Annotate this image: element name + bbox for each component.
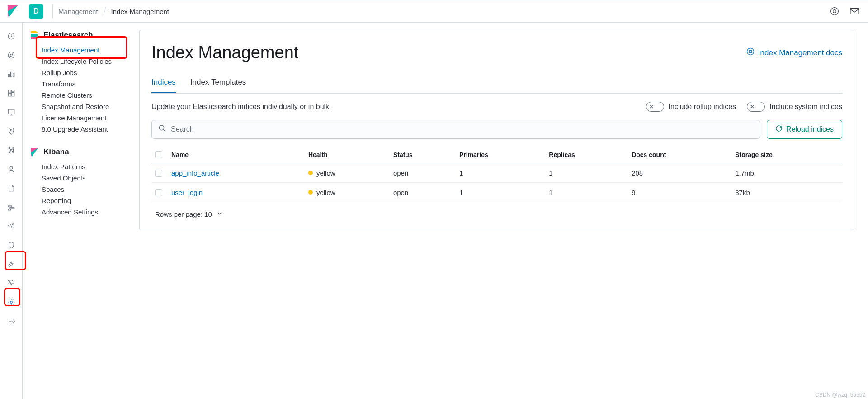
- content: Index Management Index Management docs I…: [139, 23, 868, 399]
- toggle-system-indices[interactable]: ✕ Include system indices: [747, 102, 842, 112]
- svg-rect-15: [8, 94, 11, 96]
- sidebar-section-title: Kibana: [43, 147, 69, 157]
- sidebar-item-index-patterns[interactable]: Index Patterns: [42, 161, 139, 172]
- breadcrumb-current: Index Management: [111, 8, 169, 15]
- svg-point-17: [10, 129, 12, 131]
- rail-uptime-icon[interactable]: [6, 221, 17, 232]
- indices-table: Name Health Status Primaries Replicas Do…: [151, 147, 842, 202]
- table-row: app_info_article yellow open 1 1 208 1.7…: [151, 163, 842, 183]
- mail-icon[interactable]: [849, 6, 860, 17]
- svg-point-33: [159, 125, 164, 130]
- index-name-link[interactable]: app_info_article: [171, 169, 219, 177]
- sidebar-section-title: Elasticsearch: [43, 31, 93, 40]
- primaries-cell: 1: [456, 183, 545, 202]
- kibana-logo[interactable]: [4, 2, 22, 20]
- sidebar-item-transforms[interactable]: Transforms: [42, 78, 139, 90]
- search-input[interactable]: [171, 125, 754, 133]
- tab-indices[interactable]: Indices: [151, 73, 176, 93]
- svg-rect-11: [13, 73, 14, 77]
- sidebar-item-index-management[interactable]: Index Management: [42, 44, 139, 56]
- breadcrumb-parent[interactable]: Management: [58, 8, 98, 15]
- rail-recent-icon[interactable]: [6, 31, 17, 42]
- sidebar-item-upgrade-assistant[interactable]: 8.0 Upgrade Assistant: [42, 124, 139, 135]
- col-replicas[interactable]: Replicas: [545, 147, 628, 163]
- svg-point-23: [10, 166, 13, 169]
- pager-label: Rows per page: 10: [155, 210, 212, 218]
- x-icon: ✕: [647, 103, 656, 111]
- rail-dashboard-icon[interactable]: [6, 88, 17, 99]
- status-cell: open: [390, 163, 456, 183]
- help-icon: [746, 48, 755, 58]
- reload-button[interactable]: Reload indices: [767, 120, 842, 139]
- sidebar-item-snapshot-restore[interactable]: Snapshot and Restore: [42, 101, 139, 112]
- svg-rect-25: [10, 208, 14, 209]
- sidebar-item-rollup[interactable]: Rollup Jobs: [42, 67, 139, 78]
- checkbox-all[interactable]: [155, 151, 162, 158]
- space-letter: D: [33, 7, 39, 15]
- rail-visualize-icon[interactable]: [6, 69, 17, 80]
- rail-logs-icon[interactable]: [6, 183, 17, 194]
- svg-point-4: [833, 10, 836, 13]
- rail-discover-icon[interactable]: [6, 50, 17, 61]
- search-icon: [158, 124, 166, 134]
- tab-index-templates[interactable]: Index Templates: [190, 73, 246, 93]
- sidebar: Elasticsearch Index Management Index Lif…: [23, 23, 139, 399]
- svg-rect-12: [8, 90, 11, 93]
- sidebar-heading-elasticsearch: Elasticsearch: [31, 31, 139, 40]
- index-name-link[interactable]: user_login: [171, 189, 203, 196]
- toggle-rollup-indices[interactable]: ✕ Include rollup indices: [646, 102, 736, 112]
- sidebar-item-advanced-settings[interactable]: Advanced Settings: [42, 206, 139, 218]
- replicas-cell: 1: [545, 183, 628, 202]
- sidebar-heading-kibana: Kibana: [31, 147, 139, 157]
- docs-link-label: Index Management docs: [758, 48, 842, 57]
- rail-monitoring-icon[interactable]: [6, 278, 17, 289]
- svg-rect-5: [850, 9, 859, 14]
- svg-point-31: [747, 48, 754, 55]
- svg-rect-9: [8, 74, 9, 77]
- sidebar-item-license[interactable]: License Management: [42, 112, 139, 124]
- rail-collapse-icon[interactable]: [6, 316, 17, 327]
- rail-metrics-icon[interactable]: [6, 164, 17, 175]
- rail-apm-icon[interactable]: [6, 202, 17, 213]
- rail-canvas-icon[interactable]: [6, 107, 17, 118]
- newsfeed-icon[interactable]: [829, 6, 840, 17]
- checkbox-row[interactable]: [155, 189, 162, 196]
- sidebar-item-spaces[interactable]: Spaces: [42, 184, 139, 195]
- col-health[interactable]: Health: [305, 147, 390, 163]
- col-docs[interactable]: Docs count: [628, 147, 731, 163]
- storage-cell: 37kb: [731, 183, 842, 202]
- rail-maps-icon[interactable]: [6, 126, 17, 137]
- svg-point-7: [8, 52, 14, 58]
- col-storage[interactable]: Storage size: [731, 147, 842, 163]
- kibana-icon: [31, 148, 39, 156]
- primaries-cell: 1: [456, 163, 545, 183]
- col-primaries[interactable]: Primaries: [456, 147, 545, 163]
- health-dot-icon: [308, 171, 313, 175]
- col-name[interactable]: Name: [168, 147, 305, 163]
- search-box[interactable]: [151, 120, 760, 139]
- reload-label: Reload indices: [786, 125, 834, 133]
- health-dot-icon: [308, 190, 313, 195]
- docs-link[interactable]: Index Management docs: [746, 48, 842, 58]
- description-text: Update your Elasticsearch indices indivi…: [151, 103, 331, 111]
- rows-per-page[interactable]: Rows per page: 10: [151, 210, 842, 218]
- col-status[interactable]: Status: [390, 147, 456, 163]
- sidebar-item-remote-clusters[interactable]: Remote Clusters: [42, 90, 139, 101]
- space-selector[interactable]: D: [29, 4, 43, 19]
- svg-point-3: [831, 8, 839, 15]
- svg-rect-13: [11, 90, 14, 92]
- sidebar-item-reporting[interactable]: Reporting: [42, 195, 139, 206]
- rail-devtools-icon[interactable]: [6, 259, 17, 270]
- chevron-down-icon: [217, 210, 223, 218]
- topbar: D Management Index Management: [0, 0, 868, 23]
- sidebar-item-ilm[interactable]: Index Lifecycle Policies: [42, 56, 139, 67]
- rail-siem-icon[interactable]: [6, 240, 17, 251]
- rail-ml-icon[interactable]: [6, 145, 17, 156]
- sidebar-section-kibana: Kibana Index Patterns Saved Objects Spac…: [31, 147, 139, 218]
- rail-management-icon[interactable]: [6, 297, 17, 308]
- health-text: yellow: [316, 169, 335, 177]
- sidebar-item-saved-objects[interactable]: Saved Objects: [42, 172, 139, 184]
- page-title: Index Management: [151, 43, 298, 62]
- panel: Index Management Index Management docs I…: [139, 30, 854, 230]
- checkbox-row[interactable]: [155, 170, 162, 177]
